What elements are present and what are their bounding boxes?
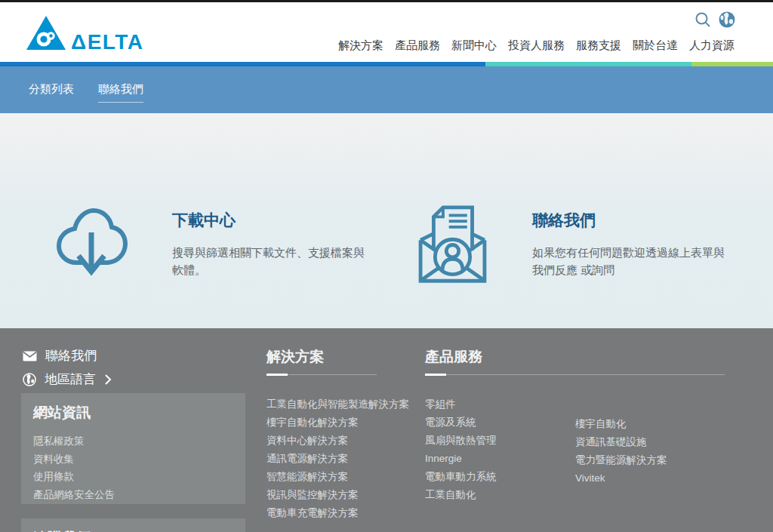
link-building-automation[interactable]: 樓宇自動化 xyxy=(575,415,667,433)
follow-us-box: 追蹤我們 xyxy=(21,518,245,532)
nav-item-news[interactable]: 新聞中心 xyxy=(451,38,497,53)
link-telecom-power-solutions[interactable]: 通訊電源解決方案 xyxy=(266,450,409,468)
link-display-monitoring-solutions[interactable]: 視訊與監控解決方案 xyxy=(266,486,409,504)
footer-solutions-column: 解決方案 工業自動化與智能製造解決方案 樓宇自動化解決方案 資料中心解決方案 通… xyxy=(266,347,409,522)
link-privacy-policy[interactable]: 隱私權政策 xyxy=(33,432,233,451)
header-icon-group xyxy=(694,11,736,29)
site-info-box: 網站資訊 隱私權政策 資料收集 使用條款 產品網絡安全公告 xyxy=(21,393,245,504)
download-center-description: 搜尋與篩選相關下載文件、支援檔案與軟體。 xyxy=(172,244,374,279)
main-header: ΔELTA 解決方案 產品服務 新聞中心 投資人服務 服務支援 關於台達 人力資… xyxy=(0,2,773,62)
link-data-collection[interactable]: 資料收集 xyxy=(33,451,233,469)
heading-underline xyxy=(266,374,377,376)
products-links-col2: 樓宇自動化 資通訊基礎設施 電力暨能源解決方案 Vivitek xyxy=(575,415,667,487)
contact-us-description: 如果您有任何問題歡迎透過線上表單與我們反應 或詢問 xyxy=(532,244,735,279)
link-power-energy-solutions[interactable]: 電力暨能源解決方案 xyxy=(575,451,667,469)
nav-item-about[interactable]: 關於台達 xyxy=(633,38,678,53)
subnav-item-contact-us[interactable]: 聯絡我們 xyxy=(98,82,143,103)
globe-icon xyxy=(23,373,36,386)
chevron-right-icon xyxy=(104,374,112,386)
link-components[interactable]: 零組件 xyxy=(425,395,725,414)
download-center-card[interactable]: 下載中心 搜尋與篩選相關下載文件、支援檔案與軟體。 xyxy=(172,210,374,279)
link-security-advisory[interactable]: 產品網絡安全公告 xyxy=(33,486,233,504)
footer-contact-link[interactable]: 聯絡我們 xyxy=(23,347,97,364)
subnav-item-category-list[interactable]: 分類列表 xyxy=(29,82,74,103)
envelope-letter-icon xyxy=(416,204,489,288)
site-info-links: 隱私權政策 資料收集 使用條款 產品網絡安全公告 xyxy=(33,432,233,503)
nav-item-solutions[interactable]: 解決方案 xyxy=(338,38,383,53)
main-navigation: 解決方案 產品服務 新聞中心 投資人服務 服務支援 關於台達 人力資源 xyxy=(338,38,735,53)
link-ev-charging-solutions[interactable]: 電動車充電解決方案 xyxy=(266,504,409,522)
footer-region-label: 地區語言 xyxy=(45,371,96,388)
site-info-title: 網站資訊 xyxy=(33,403,233,423)
delta-logo-icon: ΔELTA xyxy=(26,15,154,53)
hero-panel: 下載中心 搜尋與篩選相關下載文件、支援檔案與軟體。 聯絡我們 如果您有任何問題歡… xyxy=(0,113,773,328)
envelope-icon xyxy=(23,351,37,361)
link-datacenter-solutions[interactable]: 資料中心解決方案 xyxy=(266,432,409,450)
nav-item-products[interactable]: 產品服務 xyxy=(395,38,440,53)
globe-language-icon[interactable] xyxy=(718,11,736,29)
link-industrial-automation[interactable]: 工業自動化 xyxy=(425,486,725,504)
delta-wordmark: ΔELTA xyxy=(71,30,144,53)
link-building-automation-solutions[interactable]: 樓宇自動化解決方案 xyxy=(266,414,409,432)
footer-contact-label: 聯絡我們 xyxy=(45,347,97,364)
contact-us-card[interactable]: 聯絡我們 如果您有任何問題歡迎透過線上表單與我們反應 或詢問 xyxy=(532,210,735,279)
page-footer: 聯絡我們 地區語言 網站資訊 隱私權政策 資料收集 使用條款 產品網絡安全公告 … xyxy=(0,328,773,532)
solutions-links: 工業自動化與智能製造解決方案 樓宇自動化解決方案 資料中心解決方案 通訊電源解決… xyxy=(266,395,409,522)
link-ict-infrastructure[interactable]: 資通訊基礎設施 xyxy=(575,433,667,451)
footer-products-column: 產品服務 零組件 電源及系統 風扇與散熱管理 Innergie 電動車動力系統 … xyxy=(425,347,725,504)
link-smart-energy-solutions[interactable]: 智慧能源解決方案 xyxy=(266,468,409,486)
delta-logo[interactable]: ΔELTA xyxy=(26,15,154,53)
search-icon[interactable] xyxy=(694,11,711,28)
download-center-title[interactable]: 下載中心 xyxy=(172,210,374,231)
cloud-download-icon xyxy=(54,204,128,287)
nav-item-support[interactable]: 服務支援 xyxy=(576,38,621,53)
nav-item-investors[interactable]: 投資人服務 xyxy=(508,38,565,53)
link-vivitek[interactable]: Vivitek xyxy=(575,469,667,487)
secondary-navbar: 分類列表 聯絡我們 xyxy=(0,66,773,113)
footer-region-language[interactable]: 地區語言 xyxy=(23,371,112,388)
link-terms-of-use[interactable]: 使用條款 xyxy=(33,468,233,486)
footer-solutions-title: 解決方案 xyxy=(266,347,409,367)
link-industrial-automation-solutions[interactable]: 工業自動化與智能製造解決方案 xyxy=(266,395,409,414)
nav-item-careers[interactable]: 人力資源 xyxy=(689,38,735,53)
follow-us-title: 追蹤我們 xyxy=(33,528,233,532)
heading-underline xyxy=(425,374,725,376)
footer-products-title: 產品服務 xyxy=(425,347,725,367)
contact-us-title[interactable]: 聯絡我們 xyxy=(532,210,735,231)
